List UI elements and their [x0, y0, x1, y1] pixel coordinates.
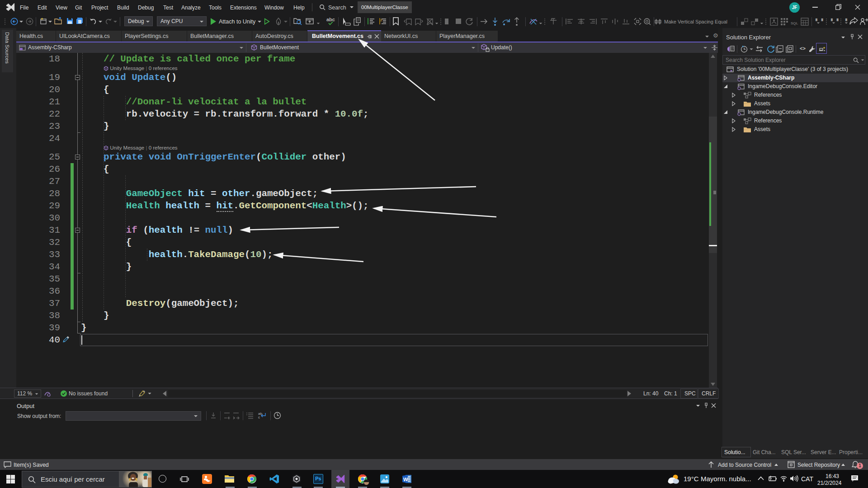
svg-text:W: W — [403, 477, 408, 482]
svg-text:2: 2 — [380, 18, 382, 22]
svg-text:c: c — [258, 415, 260, 419]
